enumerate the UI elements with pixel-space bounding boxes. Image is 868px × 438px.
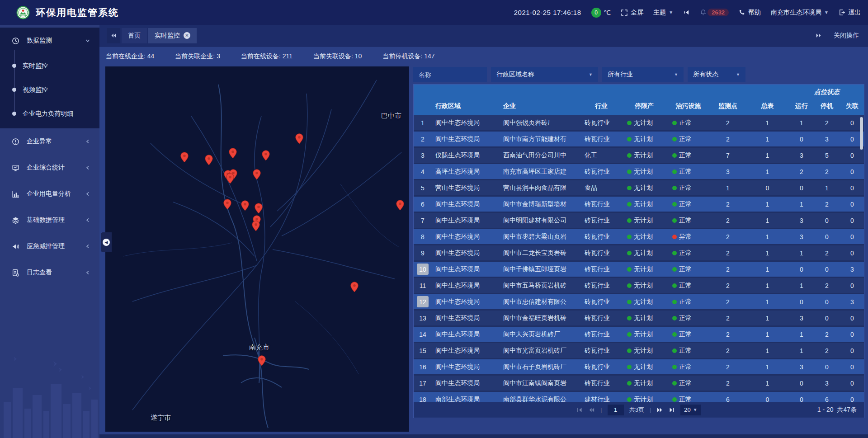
sidebar-item[interactable]: 日志查看 [0, 259, 99, 286]
sidebar-item[interactable]: 企业用电量分析 [0, 181, 99, 207]
table-row[interactable]: 3仪陇生态环境局西南油气田分公司川中化工无计划正常71350 [414, 148, 864, 164]
notification-badge[interactable]: 2632 [700, 9, 729, 16]
logout-icon [839, 9, 845, 16]
map-pin-icon[interactable] [396, 200, 404, 211]
prev-page-button[interactable] [588, 407, 595, 413]
sidebar-item[interactable]: 基础数据管理 [0, 207, 99, 233]
table-row[interactable]: 17阆中生态环境局阆中市江南镇阆南页岩砖瓦行业无计划正常21030 [414, 376, 864, 392]
sidebar-subitem[interactable]: 企业电力负荷明细 [0, 102, 99, 126]
sidebar-item[interactable]: 数据监测 [0, 28, 99, 54]
table-row[interactable]: 5营山生态环境局营山县润丰肉食品有限食品无计划正常10010 [414, 180, 864, 197]
map-pin-icon[interactable] [229, 148, 237, 159]
table-row[interactable]: 1阆中生态环境局阆中强锐页岩砖厂砖瓦行业无计划正常21120 [414, 115, 864, 132]
sidebar-item-label: 基础数据管理 [27, 216, 65, 224]
sound-toggle[interactable] [683, 9, 690, 16]
close-icon[interactable]: ✕ [184, 32, 190, 39]
map-city-label: 遂宁市 [151, 414, 171, 422]
status-dot [672, 218, 677, 223]
table-row[interactable]: 8阆中生态环境局阆中市枣碧大梁山页岩砖瓦行业无计划异常21300 [414, 229, 864, 245]
map-pin-icon[interactable] [350, 282, 359, 292]
status-dot [627, 137, 632, 141]
map-roads [105, 66, 409, 432]
scrollbar-thumb[interactable] [860, 117, 863, 150]
status-dot [672, 332, 677, 337]
map-pin-icon[interactable] [252, 221, 260, 231]
tabs-scroll-right-button[interactable] [816, 33, 822, 38]
skyline-decoration [0, 348, 99, 438]
name-search-input[interactable] [413, 67, 487, 82]
bottom-strip [99, 434, 868, 438]
phone-icon [739, 9, 745, 16]
chevron-left-icon: ◀ [103, 239, 110, 246]
table-row[interactable]: 14阆中生态环境局阆中大兴页岩机砖厂砖瓦行业无计划正常21120 [414, 327, 864, 343]
help-button[interactable]: 帮助 [739, 9, 761, 17]
map-pin-icon[interactable] [262, 150, 270, 161]
chevron-down-icon: ▼ [669, 10, 673, 15]
map-pin-icon[interactable] [226, 173, 234, 184]
table-row[interactable]: 9阆中生态环境局阆中市二龙长宝页岩砖砖瓦行业无计划正常21120 [414, 245, 864, 262]
tab-实时监控[interactable]: 实时监控✕ [148, 28, 197, 43]
first-page-button[interactable] [576, 407, 583, 413]
sidebar-subitem[interactable]: 实时监控 [0, 54, 99, 78]
status-dot [672, 153, 677, 158]
status-dot [627, 381, 632, 386]
map-pin-icon[interactable] [180, 152, 189, 163]
fullscreen-icon [621, 9, 628, 16]
map-pin-icon[interactable] [241, 200, 249, 211]
table-row[interactable]: 6阆中生态环境局阆中市金博瑞新型墙材砖瓦行业无计划正常21120 [414, 197, 864, 213]
clock-icon [12, 37, 22, 45]
map-pin-icon[interactable] [205, 155, 213, 165]
table-row[interactable]: 4高坪生态环境局南充市高坪区王家店建砖瓦行业无计划正常31220 [414, 164, 864, 180]
table-row[interactable]: 15阆中生态环境局阆中市光富页岩机砖厂砖瓦行业无计划正常21120 [414, 343, 864, 359]
main-content: 当前在线企业: 44当前失联企业: 3当前在线设备: 211当前失联设备: 10… [99, 47, 868, 438]
map-pin-icon[interactable] [253, 169, 261, 180]
next-page-button[interactable] [656, 407, 663, 413]
status-select[interactable]: 所有状态 ▼ [688, 67, 745, 82]
status-dot [672, 283, 677, 288]
table-row[interactable]: 11阆中生态环境局阆中市五马桥页岩机砖砖瓦行业无计划正常21120 [414, 278, 864, 294]
status-dot [627, 300, 632, 304]
sidebar-subitem[interactable]: 视频监控 [0, 78, 99, 102]
app-logo [16, 6, 30, 19]
chevron-left-icon [85, 217, 90, 223]
page-size-select[interactable]: 20 ▼ [680, 405, 701, 415]
tab-首页[interactable]: 首页 [122, 28, 147, 43]
logout-button[interactable]: 退出 [839, 9, 861, 17]
table-row[interactable]: 7阆中生态环境局阆中明阳建材有限公司砖瓦行业无计划正常21300 [414, 213, 864, 229]
region-select[interactable]: 行政区域名称 ▼ [491, 67, 598, 82]
table-row[interactable]: 2阆中生态环境局阆中市南方节能建材有砖瓦行业无计划正常21030 [414, 132, 864, 148]
page-number-input[interactable] [608, 405, 624, 415]
tabs-scroll-left-button[interactable] [107, 28, 120, 43]
map-pin-icon[interactable] [255, 203, 263, 214]
status-dot [627, 202, 632, 207]
sidebar-item[interactable]: 应急减排管理 [0, 233, 99, 259]
log-icon [12, 269, 22, 277]
map-city-label: 巴中市 [381, 112, 401, 120]
status-dot [627, 153, 632, 158]
industry-select[interactable]: 所有行业 ▼ [602, 67, 684, 82]
sidebar-item-label: 应急减排管理 [27, 242, 65, 250]
map-pin-icon[interactable] [295, 133, 303, 144]
status-dot [627, 267, 632, 272]
map-collapse-button[interactable]: ◀ [101, 232, 112, 252]
stats-icon [12, 164, 22, 172]
status-dot [672, 170, 677, 174]
table-header: 点位状态行政区域企业行业停限产治污设施监测点总表运行停机失联 [414, 85, 864, 115]
map[interactable]: 巴中市南充市遂宁市 [105, 66, 409, 432]
theme-dropdown[interactable]: 主题 ▼ [653, 9, 673, 17]
org-dropdown[interactable]: 南充市生态环境局 ▼ [771, 9, 829, 17]
last-page-button[interactable] [669, 407, 675, 413]
column-header: 行政区域 [432, 97, 500, 115]
table-row[interactable]: 10阆中生态环境局阆中千佛镇五郎垭页岩砖瓦行业无计划正常21003 [414, 262, 864, 278]
map-pin-icon[interactable] [258, 355, 266, 366]
sidebar-item[interactable]: 企业综合统计 [0, 155, 99, 181]
close-operations-button[interactable]: 关闭操作 [834, 32, 859, 40]
map-pin-icon[interactable] [223, 199, 231, 210]
status-dot [627, 397, 632, 402]
notification-count: 2632 [708, 9, 729, 16]
fullscreen-button[interactable]: 全屏 [621, 9, 643, 17]
table-row[interactable]: 16阆中生态环境局阆中市石子页岩机砖厂砖瓦行业无计划正常21300 [414, 359, 864, 376]
table-row[interactable]: 12阆中生态环境局阆中市忠信建材有限公砖瓦行业无计划正常21003 [414, 294, 864, 311]
table-row[interactable]: 13阆中生态环境局阆中市金福旺页岩机砖砖瓦行业无计划正常21300 [414, 311, 864, 327]
sidebar-item[interactable]: 企业异常 [0, 128, 99, 155]
